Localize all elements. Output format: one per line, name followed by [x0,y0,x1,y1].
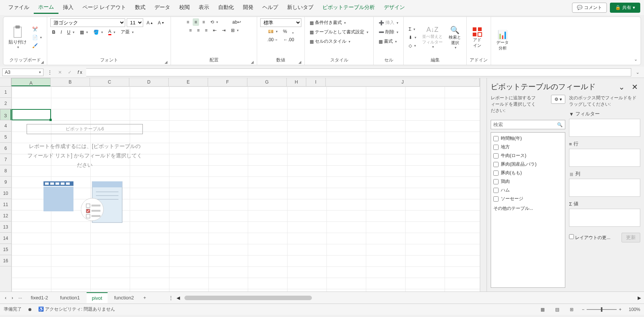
row-header-11[interactable]: 11 [0,199,11,210]
tab-list-button[interactable]: ··· [16,294,24,302]
alignment-launcher[interactable]: ◢ [251,60,254,64]
row-header-4[interactable]: 4 [0,120,11,132]
format-as-table-button[interactable]: ▦テーブルとして書式設定 [308,28,370,36]
merge-button[interactable]: ⊞ [229,27,241,34]
align-center-button[interactable]: ≡ [195,27,201,34]
borders-button[interactable]: ▦ [78,28,90,36]
row-header-9[interactable]: 9 [0,176,11,188]
menu-pivot-analyze[interactable]: ピボットテーブル分析 [318,2,379,13]
tab-divider-handle[interactable]: ⋮ [167,294,175,302]
formula-input[interactable] [86,68,631,76]
format-cells-button[interactable]: ▦書式 [377,37,399,46]
italic-button[interactable]: I [59,28,64,36]
percent-button[interactable]: % [281,28,289,35]
hscroll-left[interactable]: ◀ [177,295,180,301]
field-search-input[interactable] [493,122,557,127]
cancel-formula-button[interactable]: ✕ [56,69,64,76]
accounting-button[interactable]: 💴 [266,28,280,35]
menu-help[interactable]: ヘルプ [258,2,283,13]
menu-insert[interactable]: 挿入 [58,2,78,13]
paste-button[interactable]: 貼り付け [6,24,29,51]
align-right-button[interactable]: ≡ [203,27,210,34]
row-header-7[interactable]: 7 [0,154,11,165]
menu-formulas[interactable]: 数式 [130,2,150,13]
view-normal-button[interactable]: ▦ [538,306,547,313]
decrease-font-button[interactable]: A▾ [156,19,166,27]
menu-view[interactable]: 表示 [194,2,214,13]
macro-record-icon[interactable]: ⏺ [28,307,32,312]
tab-scroll-right[interactable]: › [10,294,15,302]
menu-data[interactable]: データ [150,2,175,13]
col-header-G[interactable]: G [247,78,287,86]
other-tables-link[interactable]: その他のテーブル... [493,203,563,214]
fill-button[interactable]: ⬇ [407,34,418,41]
autosum-button[interactable]: Σ [407,25,418,33]
ribbon-collapse-button[interactable]: ⌄ [634,57,638,62]
col-header-C[interactable]: C [90,78,129,86]
clear-button[interactable]: ◇ [407,42,418,49]
active-cell-A3[interactable] [12,109,51,120]
align-middle-button[interactable]: ≡ [193,18,199,26]
vertical-scrollbar[interactable] [480,78,487,292]
field-item-region[interactable]: 地方 [493,143,563,151]
comma-button[interactable]: , [291,28,295,35]
col-header-F[interactable]: F [208,78,247,86]
row-header-15[interactable]: 15 [0,244,11,255]
col-header-J[interactable]: J [326,78,480,86]
format-painter-button[interactable]: 🖌️ [30,42,44,49]
name-box[interactable]: A3 ▾ [2,69,43,76]
pane-close-button[interactable]: ✕ [629,83,640,91]
number-format-select[interactable]: 標準 [260,18,301,27]
col-header-D[interactable]: D [129,78,169,86]
col-header-B[interactable]: B [51,78,90,86]
field-search-box[interactable]: 🔍 [491,120,565,129]
row-header-1[interactable]: 1 [0,87,11,98]
copy-button[interactable]: 📄 [30,34,44,41]
sheet-tab-fixed1-2[interactable]: fixed1-2 [25,293,53,303]
menu-home[interactable]: ホーム [34,1,58,14]
expand-formula-button[interactable]: ⌄ [634,70,642,75]
row-header-12[interactable]: 12 [0,210,11,221]
columns-drop-zone[interactable] [569,179,640,197]
align-left-button[interactable]: ≡ [187,27,193,34]
field-item-ham[interactable]: ハム [493,186,563,194]
new-sheet-button[interactable]: ＋ [141,293,149,302]
underline-button[interactable]: U [65,28,76,36]
pane-collapse-button[interactable]: ⌄ [616,83,627,91]
zoom-in-button[interactable]: + [619,307,622,312]
menu-design[interactable]: デザイン [379,2,409,13]
menu-developer[interactable]: 開発 [238,2,258,13]
zoom-level[interactable]: 100% [624,307,640,312]
col-header-E[interactable]: E [169,78,208,86]
align-top-button[interactable]: ≡ [185,18,191,26]
find-select-button[interactable]: 🔍 検索と 選択 [446,24,463,51]
increase-font-button[interactable]: A▴ [145,19,154,27]
row-header-3[interactable]: 3 [0,109,11,120]
sheet-tab-function1[interactable]: function1 [55,293,85,303]
insert-cells-button[interactable]: ➕挿入 [377,18,400,27]
menu-automate[interactable]: 自動化 [214,2,238,13]
cell-styles-button[interactable]: ▦セルのスタイル [308,37,352,46]
decrease-decimal-button[interactable]: ←.00 [282,36,296,43]
row-header-6[interactable]: 6 [0,143,11,154]
share-button[interactable]: 🔒 共有 ▾ [610,3,640,13]
field-item-chicken[interactable]: 鶏肉 [493,177,563,186]
cut-button[interactable]: ✂️ [30,25,44,33]
row-header-10[interactable]: 10 [0,188,11,199]
delete-cells-button[interactable]: ➖削除 [377,28,400,36]
pane-settings-button[interactable]: ⚙ ▾ [551,95,565,104]
filter-drop-zone[interactable] [569,119,640,137]
conditional-formatting-button[interactable]: ▦条件付き書式 [308,18,348,27]
enter-formula-button[interactable]: ✓ [66,69,73,76]
fill-color-button[interactable]: 🪣 [91,28,105,36]
data-analysis-button[interactable]: 📊 データ 分析 [494,28,511,52]
row-header-14[interactable]: 14 [0,233,11,244]
addins-button[interactable]: アド イン [470,25,485,50]
hscroll-right[interactable]: ▶ [638,295,641,301]
increase-decimal-button[interactable]: .00→ [265,36,280,43]
zoom-out-button[interactable]: − [582,307,584,312]
comments-button[interactable]: 💬 コメント [572,3,607,13]
phonetic-button[interactable]: ア亜 [119,28,136,36]
orientation-button[interactable]: ⟲ [208,18,220,26]
wrap-text-button[interactable]: ab↩ [231,18,243,26]
